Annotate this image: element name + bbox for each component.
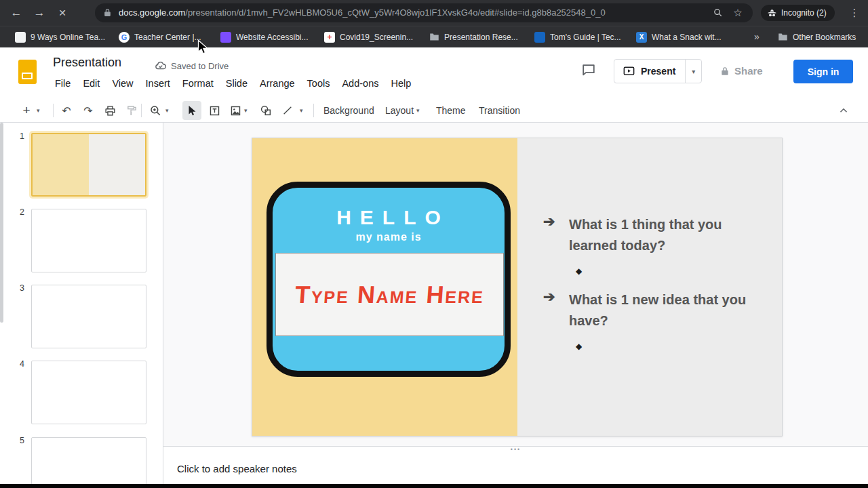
zoom-tool-button[interactable] xyxy=(146,98,164,123)
question-text-1[interactable]: What is 1 thing that you learned today? xyxy=(569,214,756,256)
slide-thumbnail-5[interactable] xyxy=(31,437,146,484)
cloud-check-icon xyxy=(155,60,167,72)
purple-favicon-icon xyxy=(220,32,231,43)
theme-button[interactable]: Theme xyxy=(432,98,470,123)
excel-favicon-icon xyxy=(636,32,647,43)
bookmark-item[interactable]: 9 Ways Online Tea... xyxy=(15,26,105,47)
arrow-bullet-icon: ➔ xyxy=(543,289,555,305)
browser-toolbar: ← → ✕ docs.google.com/presentation/d/1mv… xyxy=(0,0,868,26)
image-caret-icon[interactable]: ▾ xyxy=(244,98,248,123)
notes-drag-handle[interactable]: ••• xyxy=(511,447,521,453)
zoom-caret-icon[interactable]: ▾ xyxy=(165,98,169,123)
bookmark-star-icon[interactable]: ☆ xyxy=(732,7,743,18)
edit-toolbar: + ▾ ↶ ↷ ▾ ▾ ▾ Background Layout ▾ Theme … xyxy=(0,98,868,123)
menu-view[interactable]: View xyxy=(106,76,139,91)
background-button[interactable]: Background xyxy=(319,98,378,123)
slide-editor[interactable]: HELLO my name is Type Name Here ➔ What i… xyxy=(252,138,783,436)
present-label: Present xyxy=(641,66,675,77)
menu-edit[interactable]: Edit xyxy=(77,76,106,91)
bookmark-label: What a Snack wit... xyxy=(652,33,722,42)
slide-right-panel xyxy=(517,138,782,436)
slides-logo-inner xyxy=(22,73,33,79)
menu-arrange[interactable]: Arrange xyxy=(254,76,301,91)
new-slide-button[interactable]: + xyxy=(19,98,34,123)
bookmark-item[interactable]: What a Snack wit... xyxy=(636,26,722,47)
url-text: docs.google.com/presentation/d/1mvh_FV2w… xyxy=(119,3,606,22)
sign-in-button[interactable]: Sign in xyxy=(793,60,853,83)
app-header: Presentation Saved to Drive File Edit Vi… xyxy=(0,47,868,98)
badge-subtitle: my name is xyxy=(273,231,505,243)
screen-bottom-edge xyxy=(0,484,868,488)
name-badge[interactable]: HELLO my name is Type Name Here xyxy=(267,182,511,377)
stop-icon[interactable]: ✕ xyxy=(53,0,72,26)
text-box-button[interactable] xyxy=(205,98,223,123)
name-placeholder-text: Type Name Here xyxy=(294,281,486,309)
layout-button[interactable]: Layout xyxy=(381,98,418,123)
save-status[interactable]: Saved to Drive xyxy=(155,60,229,72)
speaker-notes-panel[interactable]: ••• Click to add speaker notes xyxy=(163,446,868,484)
slide-thumbnail-2[interactable] xyxy=(31,209,146,272)
menu-tools[interactable]: Tools xyxy=(301,76,336,91)
save-status-label: Saved to Drive xyxy=(171,61,229,71)
menu-format[interactable]: Format xyxy=(176,76,220,91)
transition-button[interactable]: Transition xyxy=(475,98,524,123)
share-button[interactable]: Share xyxy=(720,65,763,77)
bookmark-item[interactable]: Teacher Center |... xyxy=(119,26,201,47)
slide-thumbnail-1[interactable] xyxy=(31,133,146,197)
menu-file[interactable]: File xyxy=(49,76,77,91)
menu-addons[interactable]: Add-ons xyxy=(336,76,384,91)
bookmark-label: Tom's Guide | Tec... xyxy=(550,33,621,42)
slide-thumbnail-3[interactable] xyxy=(31,285,146,348)
bookmark-item[interactable]: Tom's Guide | Tec... xyxy=(534,26,621,47)
address-bar[interactable]: docs.google.com/presentation/d/1mvh_FV2w… xyxy=(95,3,753,22)
slides-logo-icon[interactable] xyxy=(18,60,37,84)
back-icon[interactable]: ← xyxy=(7,0,26,26)
undo-button[interactable]: ↶ xyxy=(58,98,75,123)
forward-icon[interactable]: → xyxy=(30,0,49,26)
menu-slide[interactable]: Slide xyxy=(220,76,254,91)
layout-caret-icon[interactable]: ▾ xyxy=(416,98,420,123)
bookmark-item[interactable]: Website Accessibi... xyxy=(220,26,309,47)
slide-number: 3 xyxy=(12,283,24,293)
badge-title: HELLO xyxy=(273,206,505,229)
insert-image-button[interactable] xyxy=(226,98,244,123)
diamond-bullet-icon: ◆ xyxy=(576,342,582,351)
notes-placeholder[interactable]: Click to add speaker notes xyxy=(177,463,297,474)
redo-button[interactable]: ↷ xyxy=(80,98,96,123)
new-slide-caret-icon[interactable]: ▾ xyxy=(37,98,40,123)
select-tool-button[interactable] xyxy=(182,101,201,120)
bookmark-item[interactable]: Presentation Rese... xyxy=(429,26,518,47)
bookmarks-overflow-icon[interactable]: » xyxy=(754,26,760,47)
menu-bar: File Edit View Insert Format Slide Arran… xyxy=(49,76,417,91)
other-bookmarks-button[interactable]: Other Bookmarks xyxy=(777,26,856,47)
filmstrip-scrollbar[interactable] xyxy=(0,123,3,323)
lock-icon[interactable] xyxy=(103,8,112,17)
present-dropdown-caret-icon[interactable]: ▾ xyxy=(686,68,701,75)
slide-filmstrip: 1 2 3 4 5 xyxy=(0,123,163,484)
insert-shape-button[interactable] xyxy=(257,98,275,123)
question-text-2[interactable]: What is 1 new idea that you have? xyxy=(569,289,756,331)
bookmark-label: 9 Ways Online Tea... xyxy=(31,33,105,42)
present-button[interactable]: Present ▾ xyxy=(614,59,702,83)
blue-favicon-icon xyxy=(534,32,545,43)
line-caret-icon[interactable]: ▾ xyxy=(300,98,303,123)
slide-thumbnail-4[interactable] xyxy=(31,361,146,424)
document-title[interactable]: Presentation xyxy=(53,56,121,70)
folder-icon xyxy=(429,32,439,43)
collapse-menus-chevron-icon[interactable] xyxy=(834,98,853,123)
slide-number: 1 xyxy=(12,131,24,141)
print-button[interactable] xyxy=(102,98,118,123)
mouse-cursor xyxy=(197,39,209,56)
comment-icon[interactable] xyxy=(581,62,596,77)
toolbar-separator xyxy=(53,104,54,117)
url-domain: docs.google.com xyxy=(119,7,185,18)
menu-insert[interactable]: Insert xyxy=(140,76,176,91)
bookmark-item[interactable]: Covid19_Screenin... xyxy=(324,26,413,47)
browser-menu-kebab-icon[interactable]: ⋮ xyxy=(845,0,864,26)
name-input-box[interactable]: Type Name Here xyxy=(275,253,504,336)
bookmark-label: Covid19_Screenin... xyxy=(340,33,413,42)
menu-help[interactable]: Help xyxy=(384,76,417,91)
zoom-icon[interactable] xyxy=(712,7,723,18)
insert-line-button[interactable] xyxy=(279,98,296,123)
toolbar-separator xyxy=(313,104,314,117)
